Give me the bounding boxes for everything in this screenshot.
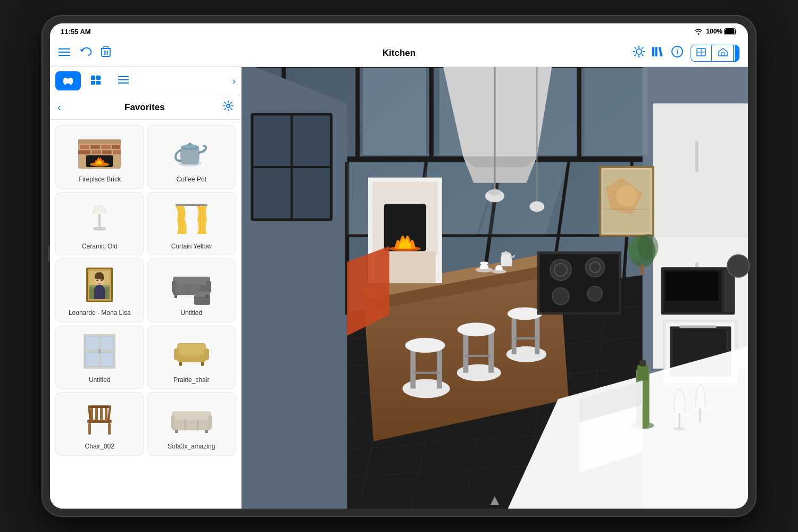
svg-line-20 [635,55,636,56]
svg-rect-248 [699,408,701,422]
panel-back-btn[interactable]: ‹ [57,101,61,113]
svg-rect-21 [652,47,654,56]
svg-point-73 [204,204,206,206]
svg-rect-96 [86,337,98,350]
list-item[interactable]: Untitled [147,259,236,322]
svg-point-246 [673,427,686,430]
svg-rect-98 [86,353,98,366]
house-view-btn[interactable] [713,45,734,61]
svg-rect-112 [105,406,107,420]
svg-rect-115 [108,423,111,435]
svg-rect-83 [173,277,210,285]
panel-settings-btn[interactable] [223,101,234,114]
svg-rect-99 [101,353,113,366]
floorplan-view-btn[interactable] [691,45,712,61]
svg-point-62 [188,143,192,146]
item-label: Sofa3x_amazing [168,443,215,451]
svg-rect-48 [78,139,121,144]
svg-rect-50 [90,145,100,149]
svg-rect-91 [206,295,209,298]
svg-rect-110 [95,406,98,420]
svg-rect-162 [585,68,648,155]
svg-rect-185 [437,346,442,388]
list-item[interactable]: Prairie_chair [147,326,236,389]
undo-icon[interactable] [80,47,92,59]
svg-point-211 [588,286,603,301]
list-item[interactable]: Sofa3x_amazing [147,392,236,456]
light-icon[interactable] [633,46,645,60]
svg-point-200 [505,251,507,253]
toolbar-center: Kitchen [165,48,633,59]
item-label: Prairie_chair [173,376,209,385]
svg-rect-184 [410,346,415,388]
info-icon[interactable]: i [671,46,683,60]
svg-point-69 [181,204,184,206]
item-thumbnail [73,397,126,439]
3d-view-btn[interactable] [735,45,739,61]
svg-rect-106 [201,362,204,366]
svg-rect-67 [176,204,207,206]
left-panel: › ‹ Favorites [50,67,242,509]
status-icons: 100% [694,28,737,35]
ipad-screen: 11:55 AM 100% [50,23,748,509]
svg-rect-8 [104,46,108,48]
svg-rect-111 [100,406,103,420]
svg-rect-53 [78,150,90,154]
menu-icon[interactable] [59,47,70,59]
panel-title: Favorites [66,102,223,113]
3d-view[interactable]: ▲ [242,67,748,509]
svg-line-18 [642,55,643,56]
list-item[interactable]: Untitled [55,326,144,389]
svg-rect-97 [101,337,113,350]
svg-rect-40 [96,76,101,80]
item-label: Coffee Pot [177,176,206,184]
svg-rect-119 [172,411,211,420]
svg-point-210 [552,288,569,305]
svg-rect-49 [80,145,89,149]
svg-marker-174 [463,156,537,167]
svg-rect-100 [98,349,101,354]
list-item[interactable]: Curtain Yellow [147,192,236,256]
svg-point-177 [488,189,501,196]
svg-point-80 [96,279,98,281]
list-item[interactable]: Fireplace Brick [55,125,144,189]
svg-rect-213 [653,104,749,236]
trash-icon[interactable] [101,46,111,60]
tab-texture[interactable] [83,71,109,90]
tab-furniture[interactable] [55,71,81,90]
svg-rect-128 [205,430,208,433]
item-thumbnail [73,130,126,172]
svg-rect-65 [93,227,106,230]
svg-rect-105 [179,362,182,366]
item-label: Leonardo - Mona Lisa [69,309,131,318]
svg-rect-205 [539,254,619,312]
home-button[interactable] [727,254,750,278]
svg-rect-39 [91,76,95,80]
tab-list[interactable] [111,72,136,90]
svg-rect-254 [640,264,644,275]
svg-point-71 [195,204,197,206]
item-label: Curtain Yellow [171,243,212,251]
svg-rect-22 [655,47,658,56]
svg-point-253 [637,234,659,261]
list-item[interactable]: Chair_002 [55,392,144,456]
svg-rect-103 [174,348,179,360]
item-thumbnail [165,197,218,239]
svg-rect-52 [112,145,120,149]
toolbar-right: i [633,45,739,62]
item-thumbnail [73,263,126,306]
svg-point-187 [405,338,445,353]
list-item[interactable]: Ceramic Old [55,192,144,256]
list-item[interactable]: Leonardo - Mona Lisa [55,259,144,322]
library-icon[interactable] [652,46,664,60]
svg-rect-125 [187,420,196,429]
svg-rect-194 [512,315,517,354]
svg-rect-226 [679,325,716,328]
toolbar-left [59,46,165,60]
panel-more-btn[interactable]: › [232,76,236,87]
svg-rect-114 [88,423,91,435]
panel-header: ‹ Favorites [50,95,241,120]
svg-point-72 [200,204,202,206]
list-item[interactable]: Coffee Pot [147,125,236,189]
item-label: Untitled [89,376,111,385]
